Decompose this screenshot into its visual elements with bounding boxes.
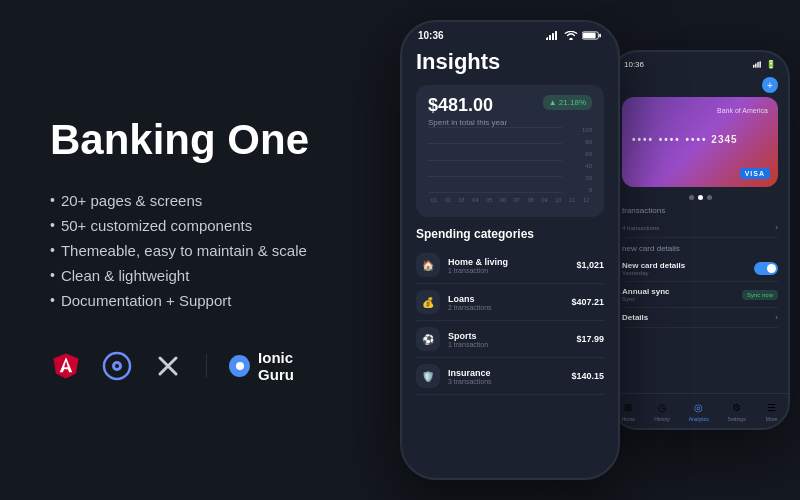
status-icons <box>546 31 602 40</box>
x-label-11: 11 <box>566 197 578 203</box>
x-label-4: 04 <box>469 197 481 203</box>
cat-amount-2: $407.21 <box>571 297 604 307</box>
card-number: •••• •••• •••• 2345 <box>632 134 768 145</box>
phones-area: 10:36 <box>370 0 800 500</box>
phone2-time: 10:36 <box>624 60 644 69</box>
amount-badge: ▲ 21.18% <box>543 95 592 110</box>
x-label-9: 09 <box>539 197 551 203</box>
add-button[interactable]: + <box>762 77 778 93</box>
bottom-nav: ⊞ Home ◷ History ◎ Analytics ⚙ Settings … <box>612 393 788 428</box>
nav-item-analytics[interactable]: ◎ Analytics <box>689 400 709 422</box>
cat-sub-3: 1 transaction <box>448 341 568 348</box>
time-display: 10:36 <box>418 30 444 41</box>
wifi-icon <box>564 31 578 40</box>
icon-divider <box>206 354 207 378</box>
p2-chevron-right: › <box>775 223 778 232</box>
badge-text: ▲ 21.18% <box>549 98 586 107</box>
spending-section-title: Spending categories <box>416 227 604 241</box>
feature-item-1: 20+ pages & screens <box>50 192 330 209</box>
phone-screen-content: Insights $481.00 Spent in total this yea… <box>402 41 618 403</box>
y-label-20: 20 <box>582 175 592 181</box>
phone2-status-icons: 🔋 <box>753 60 776 69</box>
grid-line-5 <box>428 192 562 193</box>
y-label-0: 0 <box>582 187 592 193</box>
card-bank-name: Bank of America <box>632 107 768 114</box>
feature-item-2: 50+ customized components <box>50 217 330 234</box>
phone2-status-bar: 10:36 🔋 <box>612 52 788 73</box>
x-label-1: 01 <box>428 197 440 203</box>
p2-details-info: Details <box>622 313 775 322</box>
p2-transactions-info: 4 transactions <box>622 225 775 231</box>
p2-card-details-title: New card details <box>622 261 754 270</box>
p2-card-details-sub: Yesterday <box>622 270 754 276</box>
card-dots-indicator <box>622 195 778 200</box>
feature-item-4: Clean & lightweight <box>50 267 330 284</box>
p2-toggle-card[interactable] <box>754 262 778 275</box>
chart-area: 010203040506070809101112 100 80 60 40 20… <box>428 127 592 207</box>
nav-analytics-icon: ◎ <box>692 400 706 414</box>
svg-rect-10 <box>549 35 551 40</box>
grid-line-1 <box>428 127 562 128</box>
category-item-2: 💰 Loans 2 transactions $407.21 <box>416 284 604 321</box>
cat-amount-3: $17.99 <box>576 334 604 344</box>
svg-rect-14 <box>583 33 596 38</box>
x-label-12: 12 <box>580 197 592 203</box>
nav-more-label: More <box>766 416 777 422</box>
p2-sync-badge[interactable]: Sync now <box>742 290 778 300</box>
cat-info-3: Sports 1 transaction <box>448 331 568 348</box>
brand-title: Banking One <box>50 117 330 163</box>
x-label-2: 02 <box>442 197 454 203</box>
nav-item-more[interactable]: ☰ More <box>765 400 779 422</box>
nav-analytics-label: Analytics <box>689 416 709 422</box>
card-visa-badge: VISA <box>740 168 770 179</box>
angular-icon <box>50 349 83 383</box>
category-item-4: 🛡️ Insurance 3 transactions $140.15 <box>416 358 604 395</box>
x-icon <box>151 349 184 383</box>
x-label-8: 08 <box>525 197 537 203</box>
amount-row: $481.00 Spent in total this year ▲ 21.18… <box>428 95 592 127</box>
nav-item-history[interactable]: ◷ History <box>654 400 670 422</box>
phone-notch <box>470 22 550 44</box>
p2-card-details-info: New card details Yesterday <box>622 261 754 276</box>
cat-amount-1: $1,021 <box>576 260 604 270</box>
nav-history-icon: ◷ <box>655 400 669 414</box>
feature-item-5: Documentation + Support <box>50 292 330 309</box>
chart-grid <box>428 127 562 193</box>
nav-item-home[interactable]: ⊞ Home <box>621 400 635 422</box>
nav-item-settings[interactable]: ⚙ Settings <box>728 400 746 422</box>
p2-section-transactions: transactions <box>622 206 778 215</box>
card-dot-3 <box>707 195 712 200</box>
svg-rect-17 <box>755 63 756 67</box>
cat-icon-1: 🏠 <box>416 253 440 277</box>
feature-text-3: Themeable, easy to maintain & scale <box>61 242 307 259</box>
p2-row-details: Details › <box>622 308 778 328</box>
y-label-60: 60 <box>582 151 592 157</box>
svg-rect-18 <box>757 62 758 68</box>
cat-sub-4: 3 transactions <box>448 378 563 385</box>
nav-more-icon: ☰ <box>765 400 779 414</box>
cat-info-2: Loans 2 transactions <box>448 294 563 311</box>
ionic-guru-label: Ionic Guru <box>258 349 330 383</box>
x-label-6: 06 <box>497 197 509 203</box>
svg-rect-19 <box>759 61 760 67</box>
x-label-7: 07 <box>511 197 523 203</box>
cat-info-1: Home & living 1 transaction <box>448 257 568 274</box>
feature-text-5: Documentation + Support <box>61 292 232 309</box>
amount-value: $481.00 <box>428 95 507 116</box>
feature-item-3: Themeable, easy to maintain & scale <box>50 242 330 259</box>
svg-point-6 <box>115 364 119 368</box>
chart-y-labels: 100 80 60 40 20 0 <box>582 127 592 193</box>
p2-details-chevron: › <box>775 313 778 322</box>
ionic-guru-dot <box>229 355 250 377</box>
left-panel: Banking One 20+ pages & screens 50+ cust… <box>0 77 380 422</box>
feature-text-1: 20+ pages & screens <box>61 192 202 209</box>
cat-name-2: Loans <box>448 294 563 304</box>
cat-name-3: Sports <box>448 331 568 341</box>
cat-info-4: Insurance 3 transactions <box>448 368 563 385</box>
grid-line-3 <box>428 160 562 161</box>
nav-home-label: Home <box>622 416 635 422</box>
phone-secondary: 10:36 🔋 + Bank of America •••• •••• ••••… <box>610 50 790 430</box>
amount-label: Spent in total this year <box>428 118 507 127</box>
y-label-40: 40 <box>582 163 592 169</box>
cat-name-1: Home & living <box>448 257 568 267</box>
